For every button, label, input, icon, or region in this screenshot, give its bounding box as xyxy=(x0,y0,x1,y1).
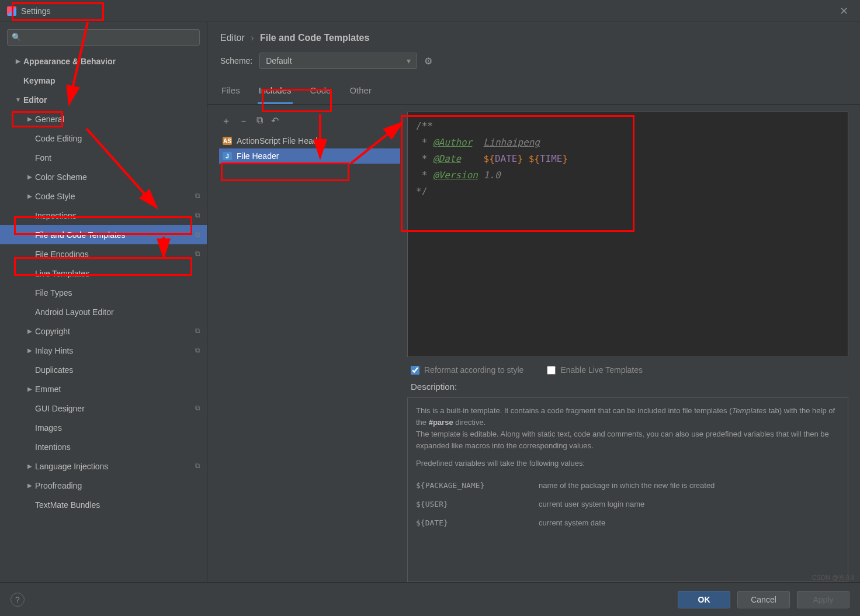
sidebar-item-color-scheme[interactable]: ▶Color Scheme xyxy=(0,167,207,186)
close-icon[interactable]: ✕ xyxy=(835,2,853,20)
tab-files[interactable]: Files xyxy=(220,79,241,104)
project-badge-icon: ⧉ xyxy=(193,211,202,220)
template-item[interactable]: ASActionScript File Header xyxy=(219,133,400,148)
tree-arrow-icon: ▼ xyxy=(13,96,23,103)
tree-label: Intentions xyxy=(35,442,202,452)
description-label: Description: xyxy=(407,379,848,394)
tree-label: Android Layout Editor xyxy=(35,307,202,317)
tree-label: Inlay Hints xyxy=(35,346,193,355)
file-icon: AS xyxy=(223,137,232,145)
tree-arrow-icon: ▶ xyxy=(25,482,35,489)
undo-icon[interactable]: ↶ xyxy=(271,115,279,127)
template-editor[interactable]: /** * @Author Linhaipeng * @Date ${DATE}… xyxy=(407,112,848,357)
footer: ? OK Cancel Apply xyxy=(0,582,860,616)
copy-icon[interactable]: ⧉ xyxy=(256,115,263,127)
tree-arrow-icon: ▶ xyxy=(25,328,35,334)
tree-label: Code Editing xyxy=(35,134,202,143)
tabs: Files Includes Code Other xyxy=(207,79,860,105)
cancel-button[interactable]: Cancel xyxy=(737,591,790,608)
variable-row: ${DATE}current system date xyxy=(416,514,840,532)
tab-other[interactable]: Other xyxy=(348,79,373,104)
variable-description: current system date xyxy=(539,517,840,529)
tree-label: Color Scheme xyxy=(35,172,202,182)
sidebar-item-emmet[interactable]: ▶Emmet xyxy=(0,379,207,399)
tree-label: File Types xyxy=(35,288,202,297)
project-badge-icon: ⧉ xyxy=(193,327,202,336)
gear-icon[interactable]: ⚙ xyxy=(424,56,432,67)
tree-label: Emmet xyxy=(35,385,202,394)
tree-label: Copyright xyxy=(35,327,193,336)
tree-label: Images xyxy=(35,423,202,432)
ok-button[interactable]: OK xyxy=(678,591,730,608)
sidebar-item-file-and-code-templates[interactable]: ▶File and Code Templates⧉ xyxy=(0,225,207,244)
project-badge-icon: ⧉ xyxy=(193,462,202,471)
sidebar-item-inlay-hints[interactable]: ▶Inlay Hints⧉ xyxy=(0,341,207,360)
crumb-editor[interactable]: Editor xyxy=(220,33,245,43)
tree-label: TextMate Bundles xyxy=(35,500,202,510)
sidebar-item-keymap[interactable]: ▶Keymap xyxy=(0,71,207,90)
tab-includes[interactable]: Includes xyxy=(258,79,293,104)
sidebar-item-proofreading[interactable]: ▶Proofreading xyxy=(0,476,207,495)
tree-label: GUI Designer xyxy=(35,404,193,413)
sidebar-item-general[interactable]: ▶General xyxy=(0,109,207,129)
tree-arrow-icon: ▶ xyxy=(25,386,35,392)
variable-key: ${PACKAGE_NAME} xyxy=(416,480,539,492)
sidebar-item-live-templates[interactable]: ▶Live Templates xyxy=(0,264,207,283)
app-icon xyxy=(7,6,16,16)
remove-icon[interactable]: － xyxy=(239,115,248,127)
sidebar-item-inspections[interactable]: ▶Inspections⧉ xyxy=(0,206,207,225)
sidebar-item-gui-designer[interactable]: ▶GUI Designer⧉ xyxy=(0,399,207,418)
scheme-select[interactable]: Default xyxy=(259,53,417,69)
live-templates-checkbox[interactable]: Enable Live Templates xyxy=(547,365,643,375)
sidebar-item-images[interactable]: ▶Images xyxy=(0,418,207,437)
settings-tree: ▶Appearance & Behavior▶Keymap▼Editor▶Gen… xyxy=(0,51,207,582)
project-badge-icon: ⧉ xyxy=(193,192,202,201)
project-badge-icon: ⧉ xyxy=(193,250,202,259)
sidebar-item-file-types[interactable]: ▶File Types xyxy=(0,283,207,302)
project-badge-icon: ⧉ xyxy=(193,404,202,413)
sidebar-item-duplicates[interactable]: ▶Duplicates xyxy=(0,360,207,379)
sidebar-item-code-style[interactable]: ▶Code Style⧉ xyxy=(0,186,207,206)
reformat-checkbox[interactable]: Reformat according to style xyxy=(411,365,523,375)
tree-label: Duplicates xyxy=(35,365,202,375)
sidebar-item-editor[interactable]: ▼Editor xyxy=(0,90,207,109)
template-list: ASActionScript File HeaderJFile Header xyxy=(219,133,400,582)
sidebar-item-code-editing[interactable]: ▶Code Editing xyxy=(0,129,207,148)
sidebar-item-file-encodings[interactable]: ▶File Encodings⧉ xyxy=(0,244,207,264)
tree-label: General xyxy=(35,115,202,124)
watermark: CSDN @光久li xyxy=(812,573,854,582)
search-icon: 🔍 xyxy=(12,33,21,41)
tree-label: Keymap xyxy=(23,76,202,85)
tree-arrow-icon: ▶ xyxy=(25,347,35,354)
crumb-templates: File and Code Templates xyxy=(260,33,369,43)
tree-arrow-icon: ▶ xyxy=(25,116,35,122)
window-title: Settings xyxy=(21,6,51,16)
sidebar-item-copyright[interactable]: ▶Copyright⧉ xyxy=(0,321,207,341)
tree-label: File and Code Templates xyxy=(35,230,193,240)
variable-description: current user system login name xyxy=(539,499,840,510)
template-item[interactable]: JFile Header xyxy=(219,148,400,164)
tree-arrow-icon: ▶ xyxy=(13,58,23,64)
search-input[interactable] xyxy=(7,29,200,46)
sidebar-item-intentions[interactable]: ▶Intentions xyxy=(0,437,207,456)
template-label: ActionScript File Header xyxy=(237,136,325,146)
tree-label: Live Templates xyxy=(35,269,202,278)
sidebar-item-font[interactable]: ▶Font xyxy=(0,148,207,167)
sidebar-item-appearance-behavior[interactable]: ▶Appearance & Behavior xyxy=(0,51,207,71)
tree-label: File Encodings xyxy=(35,250,193,259)
help-icon[interactable]: ? xyxy=(11,593,25,607)
tab-code[interactable]: Code xyxy=(309,79,332,104)
template-toolbar: ＋ － ⧉ ↶ xyxy=(219,112,400,133)
sidebar-item-textmate-bundles[interactable]: ▶TextMate Bundles xyxy=(0,495,207,514)
tree-label: Code Style xyxy=(35,192,193,201)
tree-arrow-icon: ▶ xyxy=(25,463,35,469)
variable-description: name of the package in which the new fil… xyxy=(539,480,840,492)
sidebar-item-android-layout-editor[interactable]: ▶Android Layout Editor xyxy=(0,302,207,321)
add-icon[interactable]: ＋ xyxy=(221,115,231,127)
variable-key: ${USER} xyxy=(416,499,539,510)
apply-button[interactable]: Apply xyxy=(797,591,849,608)
tree-arrow-icon: ▶ xyxy=(25,193,35,199)
file-icon: J xyxy=(223,152,232,160)
breadcrumb: Editor › File and Code Templates xyxy=(207,22,860,49)
sidebar-item-language-injections[interactable]: ▶Language Injections⧉ xyxy=(0,456,207,476)
